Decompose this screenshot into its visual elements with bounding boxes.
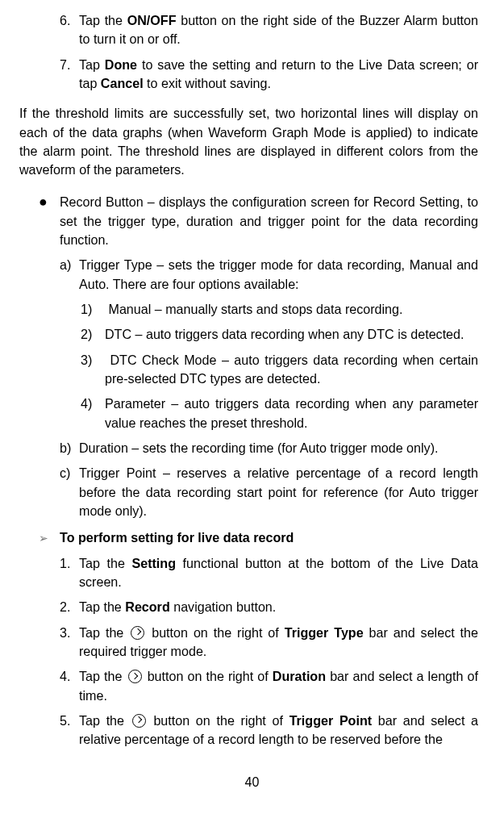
- text: Tap the: [79, 625, 129, 640]
- bold-onoff: ON/OFF: [127, 13, 177, 27]
- text: Record Button – displays the configurati…: [60, 194, 478, 247]
- arrow-icon: ➢: [39, 530, 60, 546]
- paragraph-threshold: If the threshold limits are successfully…: [19, 104, 478, 179]
- heading-perform-setting: ➢To perform setting for live data record: [19, 528, 478, 547]
- item-b-duration: b)Duration – sets the recording time (fo…: [19, 439, 478, 457]
- text: Duration – sets the recording time (for …: [79, 440, 438, 455]
- alpha-label: c): [60, 464, 79, 482]
- bold-done: Done: [105, 57, 137, 72]
- text: Tap the: [79, 713, 131, 728]
- item-c-trigger-point: c)Trigger Point – reserves a relative pe…: [19, 464, 478, 520]
- text: Manual – manually starts and stops data …: [105, 302, 402, 316]
- text: Tap the: [79, 669, 127, 683]
- bullet-record-button: ●Record Button – displays the configurat…: [19, 191, 478, 250]
- text: button on the right of: [152, 625, 285, 640]
- page-number: 40: [0, 773, 504, 791]
- perform-step-4: 4.Tap the button on the right of Duratio…: [19, 667, 478, 705]
- text: Tap the: [79, 556, 131, 570]
- item-a-trigger-type: a)Trigger Type – sets the trigger mode f…: [19, 256, 478, 294]
- text: Trigger Point – reserves a relative perc…: [79, 465, 478, 518]
- circle-chevron-right-icon: [132, 714, 146, 728]
- step-number: 4.: [60, 667, 79, 686]
- bold-cancel: Cancel: [101, 76, 144, 90]
- step-number: 5.: [60, 712, 79, 730]
- step-number: 7.: [60, 56, 79, 74]
- bold-trigger-type: Trigger Type: [285, 625, 364, 640]
- text: Trigger Type – sets the trigger mode for…: [79, 257, 478, 290]
- text: DTC – auto triggers data recording when …: [105, 327, 464, 341]
- bullet-dot-icon: ●: [39, 191, 60, 212]
- alpha-label: a): [60, 256, 79, 274]
- heading-text: To perform setting for live data record: [60, 530, 294, 545]
- text: Parameter – auto triggers data recording…: [105, 396, 478, 429]
- perform-step-2: 2.Tap the Record navigation button.: [19, 598, 478, 616]
- num-label: 3): [81, 351, 105, 369]
- item-3-dtc-check: 3) DTC Check Mode – auto triggers data r…: [19, 351, 478, 389]
- bold-duration: Duration: [273, 669, 326, 683]
- text: button on the right of: [148, 669, 273, 683]
- step-number: 3.: [60, 624, 79, 642]
- text: Tap the: [79, 13, 127, 27]
- item-2-dtc: 2)DTC – auto triggers data recording whe…: [19, 325, 478, 344]
- text: navigation button.: [170, 599, 277, 614]
- step-number: 2.: [60, 598, 79, 616]
- step-7: 7.Tap Done to save the setting and retur…: [19, 56, 478, 94]
- bold-setting: Setting: [131, 556, 176, 570]
- num-label: 1): [81, 300, 105, 319]
- num-label: 4): [81, 394, 105, 413]
- num-label: 2): [81, 325, 105, 344]
- step-number: 6.: [60, 11, 79, 30]
- alpha-label: b): [60, 439, 79, 457]
- bold-record: Record: [125, 599, 169, 614]
- perform-step-3: 3.Tap the button on the right of Trigger…: [19, 624, 478, 662]
- text: button on the right of: [153, 713, 289, 728]
- text: Tap the: [79, 599, 125, 614]
- text: DTC Check Mode – auto triggers data reco…: [105, 353, 478, 386]
- perform-step-5: 5.Tap the button on the right of Trigger…: [19, 712, 478, 749]
- bold-trigger-point: Trigger Point: [289, 713, 372, 728]
- perform-step-1: 1.Tap the Setting functional button at t…: [19, 554, 478, 592]
- circle-chevron-right-icon: [128, 670, 142, 683]
- step-number: 1.: [60, 554, 79, 573]
- text: to exit without saving.: [144, 76, 271, 90]
- step-6: 6.Tap the ON/OFF button on the right sid…: [19, 11, 478, 49]
- text: Tap: [79, 57, 105, 72]
- item-1-manual: 1) Manual – manually starts and stops da…: [19, 300, 478, 319]
- item-4-parameter: 4)Parameter – auto triggers data recordi…: [19, 394, 478, 432]
- circle-chevron-right-icon: [131, 626, 144, 640]
